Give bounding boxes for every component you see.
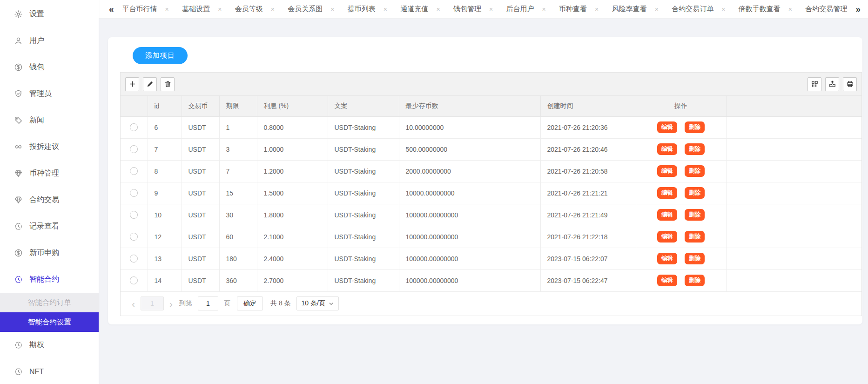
delete-button[interactable]: 删除 [685,253,705,264]
delete-button[interactable]: 删除 [685,231,705,243]
tab-withdraw-list[interactable]: 提币列表 × [348,5,387,13]
tabs-scroll-right-icon[interactable]: » [855,5,861,13]
tab-basic-settings[interactable]: 基础设置 × [182,5,222,13]
row-radio[interactable] [130,189,138,197]
table-row: 13 USDT 180 2.4000 USDT-Staking 100000.0… [121,248,861,269]
sidebar-item-nft[interactable]: NFT [0,358,99,384]
cell-created-at: 2021-07-26 21:21:21 [540,182,636,204]
tab-channel-recharge[interactable]: 通道充值 × [400,5,440,13]
tab-risk-rate-view[interactable]: 风险率查看 × [612,5,659,13]
sidebar-item-coin-management[interactable]: 币种管理 [0,160,99,187]
tab-contract-trade-management[interactable]: 合约交易管理 × [805,5,847,13]
cell-created-at: 2021-07-26 21:20:58 [540,160,636,182]
sidebar-item-smart-contract[interactable]: 智能合约 [0,266,99,293]
add-row-button[interactable] [125,77,139,91]
cell-period: 180 [219,248,257,269]
edit-button[interactable]: 编辑 [657,121,677,133]
row-radio[interactable] [130,255,138,263]
sidebar-item-options[interactable]: 期权 [0,332,99,358]
tab-contract-trade-orders[interactable]: 合约交易订单 × [672,5,725,13]
tab-close-icon[interactable]: × [721,6,725,13]
delete-button[interactable]: 删除 [685,121,705,133]
sidebar-item-news[interactable]: 新闻 [0,107,99,134]
export-icon [828,80,836,88]
tab-close-icon[interactable]: × [384,6,387,13]
tab-platform-coin-market[interactable]: 平台币行情 × [122,5,169,13]
delete-button[interactable]: 删除 [685,187,705,199]
tab-close-icon[interactable]: × [271,6,275,13]
tab-close-icon[interactable]: × [436,6,440,13]
tab-wallet-management[interactable]: 钱包管理 × [453,5,493,13]
delete-button[interactable]: 删除 [685,209,705,221]
tab-label: 提币列表 [348,5,376,13]
goto-confirm-button[interactable]: 确定 [237,296,263,310]
sidebar-item-smart-contract-settings[interactable]: 智能合约设置 [0,312,99,332]
cell-min-deposit: 100000.00000000 [399,248,540,269]
sidebar-item-label: NFT [29,368,44,376]
tab-close-icon[interactable]: × [788,6,792,13]
tab-backend-users[interactable]: 后台用户 × [506,5,546,13]
delete-button[interactable]: 删除 [685,165,705,177]
table-body: 6 USDT 1 0.8000 USDT-Staking 10.00000000… [121,116,861,291]
edit-button[interactable]: 编辑 [657,187,677,199]
cell-text: USDT-Staking [328,204,399,226]
columns-filter-button[interactable] [807,77,821,91]
tab-member-relation-graph[interactable]: 会员关系图 × [288,5,334,13]
delete-button[interactable]: 删除 [685,275,705,286]
tab-member-level[interactable]: 会员等级 × [235,5,275,13]
sidebar-item-wallet[interactable]: 钱包 [0,54,99,81]
tab-label: 平台币行情 [122,5,157,13]
tab-close-icon[interactable]: × [218,6,222,13]
add-project-button[interactable]: 添加项目 [133,47,188,64]
edit-button[interactable]: 编辑 [657,253,677,264]
row-radio[interactable] [130,145,138,153]
infinity-icon [14,142,23,151]
edit-button[interactable]: 编辑 [657,275,677,286]
tab-close-icon[interactable]: × [165,6,169,13]
cell-text: USDT-Staking [328,269,399,291]
dollar-circle-icon [14,63,23,72]
goto-page-input[interactable] [198,296,218,310]
edit-row-button[interactable] [143,77,157,91]
delete-button[interactable]: 删除 [685,143,705,155]
sidebar-item-feedback[interactable]: 投拆建议 [0,134,99,160]
row-radio[interactable] [130,167,138,175]
edit-button[interactable]: 编辑 [657,165,677,177]
tab-close-icon[interactable]: × [330,6,334,13]
next-page-icon[interactable]: › [166,299,176,309]
cell-interest: 0.8000 [257,116,328,138]
edit-button[interactable]: 编辑 [657,143,677,155]
edit-button[interactable]: 编辑 [657,231,677,243]
export-button[interactable] [825,77,839,91]
sidebar-item-label: 新闻 [29,115,44,125]
row-radio[interactable] [130,123,138,131]
sidebar-item-new-coin-subscribe[interactable]: 新币申购 [0,240,99,266]
delete-row-button[interactable] [161,77,175,91]
sidebar-item-settings[interactable]: 设置 [0,1,99,27]
tab-close-icon[interactable]: × [595,6,599,13]
page-size-select[interactable]: 10 条/页 [296,296,339,310]
print-button[interactable] [843,77,857,91]
sidebar-item-records[interactable]: 记录查看 [0,213,99,240]
sidebar-item-smart-contract-orders[interactable]: 智能合约订单 [0,293,99,312]
tab-multiplier-lots-view[interactable]: 倍数手数查看 × [739,5,792,13]
tabs-scroll-left-icon[interactable]: « [109,5,114,13]
sidebar-item-label: 智能合约 [29,275,59,284]
row-radio[interactable] [130,233,138,241]
sidebar-item-users[interactable]: 用户 [0,27,99,54]
staking-settings-table: id 交易币 期限 利息 (%) 文案 最少存币数 创建时间 操作 [121,96,861,292]
sidebar-item-label: 用户 [29,36,44,46]
sidebar-item-contract-trading[interactable]: 合约交易 [0,187,99,213]
edit-button[interactable]: 编辑 [657,209,677,221]
tab-close-icon[interactable]: × [655,6,659,13]
tab-close-icon[interactable]: × [489,6,493,13]
row-radio[interactable] [130,211,138,219]
tab-close-icon[interactable]: × [542,6,546,13]
tab-coin-view[interactable]: 币种查看 × [559,5,599,13]
header-interest: 利息 (%) [257,96,328,116]
row-radio[interactable] [130,276,138,284]
prev-page-icon[interactable]: ‹ [128,299,139,309]
current-page[interactable]: 1 [141,296,164,310]
cell-id: 13 [148,248,182,269]
sidebar-item-admin[interactable]: 管理员 [0,81,99,107]
